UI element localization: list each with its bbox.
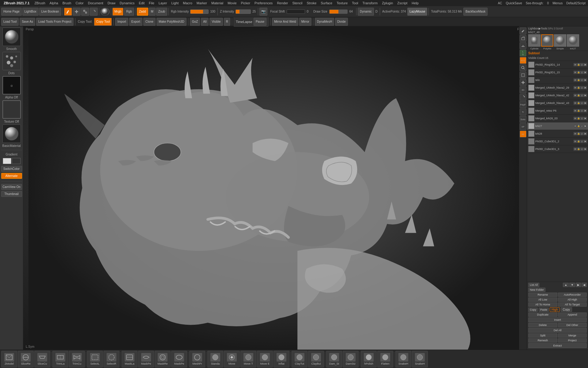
switch-color-btn[interactable]: SwitchColor	[1, 166, 22, 172]
bb-damstz[interactable]: DamStz	[343, 351, 359, 367]
arrow-left-btn[interactable]: ◀	[582, 283, 587, 287]
bb-maskre[interactable]: MaskRe	[155, 351, 171, 367]
st-vis-5[interactable]: V	[580, 102, 583, 105]
mesh-thumb-4[interactable]	[567, 34, 579, 47]
st-vis-9[interactable]: V	[580, 132, 583, 135]
st-vis-8[interactable]: V	[580, 125, 583, 128]
live-boolean-btn[interactable]: Live Boolean	[39, 8, 61, 16]
st-vis-4[interactable]: V	[580, 94, 583, 97]
new-folder-btn[interactable]: New Folder	[528, 288, 545, 292]
menu-movie[interactable]: Movie	[226, 1, 238, 6]
st-eye-6[interactable]: 👁	[574, 109, 577, 112]
m-btn[interactable]: M	[149, 8, 156, 16]
all-to-home-btn[interactable]: All To Home	[528, 302, 557, 307]
bb-zmodel[interactable]: ZModel	[1, 351, 17, 367]
menu-alpha[interactable]: Alpha	[48, 1, 60, 6]
menu-layer[interactable]: Layer	[157, 1, 169, 6]
transp-icon-btn[interactable]: Tr	[520, 109, 526, 115]
viewport[interactable]: Persp Floor L.Sym	[23, 26, 527, 350]
remesh-btn[interactable]: Remesh	[528, 338, 557, 343]
st-eye-7[interactable]: 👁	[574, 117, 577, 120]
quick-save-btn[interactable]: QuickSave	[505, 1, 523, 5]
menu-zplugin[interactable]: Zplugin	[380, 1, 395, 6]
st-more-2[interactable]: ▶	[584, 79, 587, 82]
perp-icon-btn[interactable]	[520, 35, 526, 42]
st-lock-3[interactable]: 🔒	[577, 86, 580, 89]
st-more-7[interactable]: ▶	[584, 117, 587, 120]
subtool-item-0[interactable]: PM3D_Ring3D1_14 👁 🔒 V ▶	[527, 61, 588, 69]
st-lock-7[interactable]: 🔒	[577, 117, 580, 120]
menu-render[interactable]: Render	[275, 1, 290, 6]
subtool-item-1[interactable]: PM3D_Ring3D1_15 👁 🔒 V ▶	[527, 69, 588, 76]
menu-document[interactable]: Document	[86, 1, 105, 6]
bb-standa[interactable]: Standa	[207, 351, 223, 367]
zoom-icon-btn[interactable]	[520, 64, 526, 71]
st-vis-6[interactable]: V	[580, 109, 583, 112]
rgb-btn[interactable]: Rgb	[124, 8, 134, 16]
menu-surface[interactable]: Surface	[319, 1, 334, 6]
bb-move-t[interactable]: Move T	[240, 351, 256, 367]
duplicate-btn[interactable]: Duplicate	[528, 312, 557, 317]
st-more-11[interactable]: ▶	[584, 148, 587, 151]
bb-inflat[interactable]: Inflat	[273, 351, 289, 367]
all-to-target-btn[interactable]: All To Target	[558, 302, 587, 307]
merge-btn[interactable]: Merge	[558, 333, 587, 338]
thumbnail-btn[interactable]: Thumbnail	[1, 191, 22, 197]
lightbox-btn[interactable]: LightBox	[22, 8, 39, 16]
menu-preferences[interactable]: Preferences	[253, 1, 274, 6]
scale-mode-btn[interactable]	[81, 8, 89, 16]
st-eye-10[interactable]: 👁	[574, 140, 577, 143]
move-mode-btn[interactable]	[73, 8, 81, 16]
arrow-down-btn[interactable]: ▼	[569, 283, 575, 287]
st-lock-1[interactable]: 🔒	[577, 71, 580, 74]
st-more-5[interactable]: ▶	[584, 102, 587, 105]
st-vis-2[interactable]: V	[580, 79, 583, 82]
backface-mask-btn[interactable]: BackfaceMask	[463, 8, 488, 16]
z-intensity-slider[interactable]: Z Intensity 25	[219, 10, 257, 14]
st-lock-11[interactable]: 🔒	[577, 148, 580, 151]
split-btn[interactable]: Split	[528, 333, 557, 338]
home-page-btn[interactable]: Home Page	[1, 8, 22, 16]
menu-marker[interactable]: Marker	[195, 1, 209, 6]
texture-preview[interactable]	[2, 100, 21, 119]
subtool-item-5[interactable]: Merged_UMesh_hlava2_43 👁 🔒 V ▶	[527, 99, 588, 107]
st-vis-1[interactable]: V	[580, 71, 583, 74]
arrow-right-btn[interactable]: ▶	[576, 283, 581, 287]
list-all-btn[interactable]: List All	[528, 283, 539, 287]
menu-stencil[interactable]: Stencil	[290, 1, 304, 6]
st-lock-9[interactable]: 🔒	[577, 132, 580, 135]
smooth-brush-preview[interactable]	[2, 28, 21, 46]
visible-btn[interactable]: Visible	[209, 18, 223, 26]
mirror-btn[interactable]: Mirror	[299, 18, 311, 26]
st-eye-0[interactable]: 👁	[574, 63, 577, 66]
load-tool-btn[interactable]: Load Tool	[1, 18, 19, 26]
delete-btn[interactable]: Delete	[528, 323, 557, 327]
subtool-item-4[interactable]: Merged_UMesh_hlava2_42 👁 🔒 V ▶	[527, 92, 588, 99]
bb-selectl[interactable]: SelectL	[87, 351, 103, 367]
del-all-btn[interactable]: Del All	[528, 328, 587, 333]
zadd-btn[interactable]: Zadd	[137, 8, 148, 16]
mirror-and-weld-btn[interactable]: Mirror And Weld	[272, 18, 298, 26]
floor-icon-btn[interactable]	[520, 42, 526, 49]
menu-stroke[interactable]: Stroke	[305, 1, 318, 6]
append-btn[interactable]: Append	[558, 312, 587, 317]
subtool-item-7[interactable]: Merged_krk26_03 👁 🔒 V ▶	[527, 115, 588, 122]
st-more-1[interactable]: ▶	[584, 71, 587, 74]
menu-help[interactable]: Help	[410, 1, 420, 6]
paste-btn[interactable]: Paste	[539, 308, 549, 312]
bb-maskla[interactable]: MaskLa	[122, 351, 138, 367]
move-icon-btn[interactable]	[520, 79, 526, 86]
bb-flatten[interactable]: Flatten	[377, 351, 393, 367]
clone-btn[interactable]: Clone	[143, 18, 156, 26]
st-vis-3[interactable]: V	[580, 86, 583, 89]
rename-btn[interactable]: Rename	[528, 293, 557, 297]
xyz-icon-btn[interactable]: XYZ	[520, 57, 526, 64]
st-lock-0[interactable]: 🔒	[577, 63, 580, 66]
r-btn[interactable]: R	[224, 18, 230, 26]
project-btn[interactable]: Project	[558, 338, 587, 343]
rgb-intensity-slider[interactable]: Rgb Intensity 100	[170, 10, 216, 14]
subtool-item-11[interactable]: PM3D_Cube3D1_3 👁 🔒 V ▶	[527, 145, 588, 153]
autorecorder-btn[interactable]: AutoRecorder	[558, 293, 587, 297]
sphere-preview-btn[interactable]	[100, 8, 110, 16]
load-tools-from-project-btn[interactable]: Load Tools From Project	[36, 18, 74, 26]
